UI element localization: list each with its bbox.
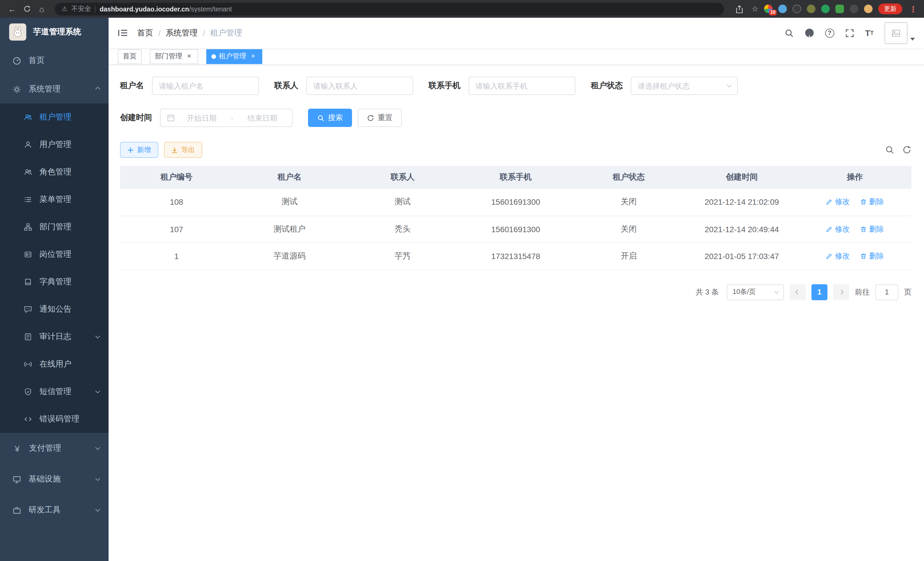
font-size-icon[interactable]: TT [865, 28, 874, 38]
reset-button[interactable]: 重置 [358, 109, 402, 127]
user-menu[interactable] [885, 22, 915, 44]
address-bar[interactable]: ⚠ 不安全 dashboard.yudao.iocoder.cn/system/… [55, 3, 724, 15]
tab-tenant[interactable]: 租户管理 × [206, 49, 262, 64]
sidebar-item-dept[interactable]: 部门管理 [0, 213, 109, 241]
tab-close-icon[interactable]: × [185, 52, 193, 60]
tab-home[interactable]: 首页 [118, 49, 142, 64]
sidebar-item-online-user[interactable]: 在线用户 [0, 350, 109, 378]
browser-menu-icon[interactable]: ⋮ [908, 4, 918, 14]
sidebar-item-role[interactable]: 角色管理 [0, 158, 109, 186]
add-button[interactable]: 新增 [120, 142, 158, 158]
page-content: 租户名 联系人 联系手机 租户状态 [109, 65, 924, 300]
toolbar-right-icons [885, 145, 911, 154]
next-page-button[interactable] [833, 284, 849, 300]
date-start-input[interactable] [178, 114, 225, 122]
share-icon[interactable] [734, 3, 746, 15]
bookmark-star-icon[interactable]: ☆ [752, 5, 758, 13]
status-select[interactable] [631, 77, 738, 95]
date-end-input[interactable] [239, 114, 286, 122]
export-button[interactable]: 导出 [164, 142, 202, 158]
extension-green-circle-icon[interactable] [821, 5, 830, 13]
edit-button[interactable]: 修改 [826, 251, 850, 261]
sidebar-item-notice[interactable]: 通知公告 [0, 296, 109, 323]
app-logo[interactable]: 芋道管理系统 [0, 18, 109, 46]
fullscreen-icon[interactable] [845, 28, 854, 38]
book-icon [24, 278, 32, 286]
extension-adblock-icon[interactable]: 10 [764, 5, 772, 13]
table-row: 107 测试租户 秃头 15601691300 关闭 2021-12-14 20… [120, 216, 911, 242]
filter-row-2: 创建时间 - 搜索 重置 [120, 109, 911, 141]
sidebar-item-home[interactable]: 首页 [0, 46, 109, 75]
sidebar-item-payment[interactable]: ¥ 支付管理 [0, 433, 109, 464]
sidebar-item-label: 用户管理 [39, 140, 71, 150]
extension-blue-icon[interactable] [778, 5, 787, 13]
help-icon[interactable]: ? [825, 28, 834, 38]
goto-page-input[interactable] [875, 284, 898, 300]
breadcrumb-separator: / [203, 28, 205, 38]
page-size-select[interactable]: 10条/页 [727, 284, 784, 300]
browser-reload-icon[interactable] [21, 3, 33, 15]
sidebar-item-system[interactable]: 系统管理 [0, 75, 109, 104]
profile-avatar-icon[interactable] [864, 5, 873, 13]
cell-tenant-id: 107 [120, 216, 233, 242]
chevron-down-icon [727, 83, 732, 87]
extension-chat-icon[interactable] [836, 5, 844, 13]
sidebar-item-audit-log[interactable]: 审计日志 [0, 323, 109, 350]
refresh-table-icon[interactable] [902, 145, 911, 154]
cell-contact: 测试 [346, 189, 459, 216]
chrome-update-button[interactable]: 更新 [878, 3, 902, 14]
tenants-icon [24, 113, 32, 121]
sidebar: 芋道管理系统 首页 系统管理 租户管理 用户管理 [0, 18, 109, 561]
screen: ← ⌂ ⚠ 不安全 dashboard.yudao.iocoder.cn/sys… [0, 0, 924, 561]
sidebar-item-user[interactable]: 用户管理 [0, 131, 109, 158]
active-tab-dot [212, 54, 216, 59]
breadcrumb-system[interactable]: 系统管理 [166, 28, 198, 38]
sidebar-item-infra[interactable]: 基础设施 [0, 464, 109, 495]
hide-search-icon[interactable] [885, 145, 894, 154]
sidebar-item-error-code[interactable]: 错误码管理 [0, 405, 109, 433]
sidebar-toggle-icon[interactable] [118, 29, 128, 37]
delete-button[interactable]: 删除 [860, 251, 884, 261]
sidebar-item-sms[interactable]: 短信管理 [0, 378, 109, 405]
page-button-1[interactable]: 1 [812, 284, 827, 300]
sidebar-item-dict[interactable]: 字典管理 [0, 268, 109, 296]
tab-dept[interactable]: 部门管理 × [150, 49, 198, 64]
briefcase-icon [13, 506, 21, 514]
sidebar-item-label: 审计日志 [39, 332, 71, 342]
sidebar-item-devtools[interactable]: 研发工具 [0, 495, 109, 526]
sidebar-item-post[interactable]: 岗位管理 [0, 241, 109, 268]
search-button[interactable]: 搜索 [308, 109, 352, 127]
delete-button[interactable]: 删除 [860, 197, 884, 207]
breadcrumb: 首页 / 系统管理 / 租户管理 [137, 28, 242, 38]
system-submenu: 租户管理 用户管理 角色管理 菜单管理 部门管理 岗位管理 [0, 104, 109, 433]
cell-operations: 修改 删除 [798, 216, 911, 242]
extension-puzzle-icon[interactable] [850, 5, 858, 13]
phone-input[interactable] [476, 81, 568, 90]
edit-button[interactable]: 修改 [826, 224, 850, 234]
browser-home-icon[interactable]: ⌂ [35, 3, 48, 15]
browser-back-icon[interactable]: ← [6, 3, 18, 15]
avatar[interactable] [885, 22, 908, 44]
extension-olive-icon[interactable] [807, 5, 815, 13]
date-range-picker[interactable]: - [160, 109, 292, 127]
caret-down-icon [910, 38, 915, 40]
roles-icon [24, 168, 32, 176]
contact-input[interactable] [313, 81, 406, 90]
github-icon[interactable] [804, 28, 814, 38]
prev-page-button[interactable] [790, 284, 806, 300]
omnibox-divider [95, 5, 96, 12]
extension-dark-sphere-icon[interactable] [793, 5, 801, 13]
breadcrumb-home[interactable]: 首页 [137, 28, 153, 38]
tenant-name-input[interactable] [159, 81, 252, 90]
header-search-icon[interactable] [784, 28, 794, 38]
edit-button[interactable]: 修改 [826, 197, 850, 207]
tab-close-icon[interactable]: × [249, 52, 257, 60]
toolbar-buttons: 新增 导出 [120, 142, 202, 158]
chevron-down-icon [95, 389, 100, 393]
column-header: 创建时间 [685, 166, 798, 189]
sidebar-item-tenant[interactable]: 租户管理 [0, 104, 109, 131]
sidebar-item-menu[interactable]: 菜单管理 [0, 186, 109, 213]
delete-button[interactable]: 删除 [860, 224, 884, 234]
security-label[interactable]: 不安全 [71, 5, 91, 13]
status-select-input[interactable] [638, 81, 724, 90]
